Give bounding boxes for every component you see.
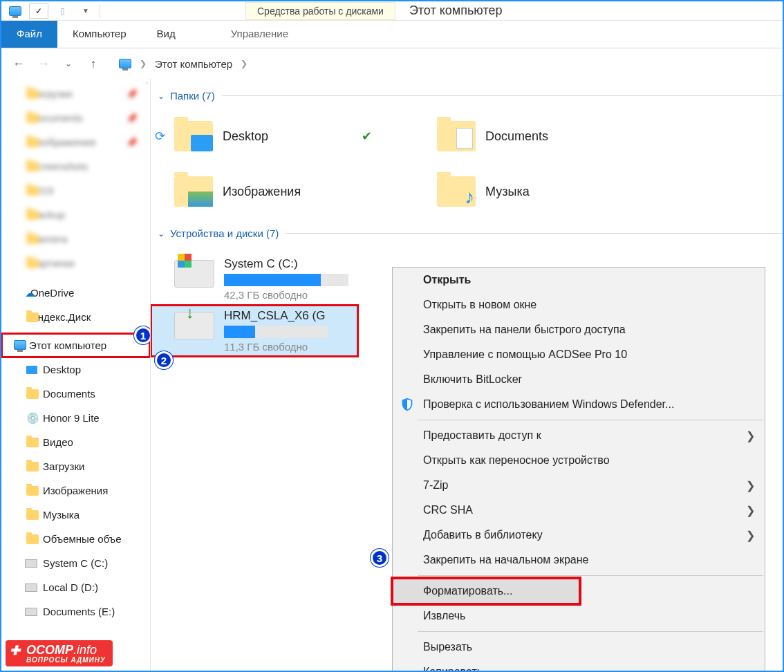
drive-label: HRM_CSLA_X6 (G bbox=[224, 309, 358, 323]
window-title: Этот компьютер bbox=[409, 3, 503, 18]
chevron-right-icon: ❯ bbox=[137, 59, 149, 68]
sidebar-item-yadisk[interactable]: Яндекс.Диск bbox=[1, 305, 150, 329]
ribbon-tabs: Файл Компьютер Вид Управление bbox=[1, 21, 783, 48]
navigation-pane[interactable]: ^ Загрузки📌 Documents📌 Изображения📌 Scre… bbox=[1, 79, 151, 671]
check-icon: ✔ bbox=[362, 129, 372, 144]
ctx-pin-start[interactable]: Закрепить на начальном экране bbox=[393, 548, 765, 572]
ctx-acdsee[interactable]: Управление с помощью ACDSee Pro 10 bbox=[393, 342, 765, 367]
back-button[interactable]: ← bbox=[8, 53, 29, 74]
sidebar-item-downloads[interactable]: Загрузки bbox=[1, 454, 150, 478]
ctx-open[interactable]: Открыть bbox=[393, 268, 765, 292]
ctx-portable[interactable]: Открыть как переносное устройство bbox=[393, 448, 765, 473]
checkbox-icon[interactable]: ✓ bbox=[29, 3, 48, 19]
annotation-badge-1: 1 bbox=[134, 326, 151, 344]
dropdown-icon[interactable]: ▼ bbox=[76, 3, 95, 19]
sidebar-item-music[interactable]: Музыка bbox=[1, 503, 150, 527]
sidebar-item-blurred[interactable]: Изображения📌 bbox=[1, 130, 150, 154]
document-icon[interactable]: ▯ bbox=[53, 3, 72, 19]
shield-icon bbox=[400, 397, 415, 412]
folder-icon bbox=[437, 121, 476, 151]
up-button[interactable]: ↑ bbox=[83, 53, 104, 74]
refresh-icon: ⟳ bbox=[155, 129, 165, 144]
breadcrumb[interactable]: ❯ Этот компьютер ❯ bbox=[119, 58, 250, 70]
title-bar: ✓ ▯ ▼ Средства работы с дисками Этот ком… bbox=[1, 1, 783, 21]
capacity-bar bbox=[224, 274, 348, 286]
sidebar-item-blurred[interactable]: Загрузки📌 bbox=[1, 82, 150, 106]
ctx-7zip[interactable]: 7-Zip❯ bbox=[393, 473, 765, 498]
sidebar-item-video[interactable]: Видео bbox=[1, 430, 150, 454]
sidebar-item-documents[interactable]: Documents bbox=[1, 382, 150, 406]
ctx-crcsha[interactable]: CRC SHA❯ bbox=[393, 498, 765, 523]
ctx-cut[interactable]: Вырезать bbox=[393, 635, 765, 660]
context-tools-label: Средства работы с дисками bbox=[245, 2, 395, 20]
sidebar-item-onedrive[interactable]: ☁OneDrive bbox=[1, 281, 150, 305]
sidebar-item-3d[interactable]: Объемные объе bbox=[1, 527, 150, 551]
drive-usb[interactable]: HRM_CSLA_X6 (G 11,3 ГБ свободно 2 bbox=[151, 305, 358, 357]
sidebar-item-blurred[interactable]: 2019 bbox=[1, 178, 150, 203]
ctx-open-new-window[interactable]: Открыть в новом окне bbox=[393, 292, 765, 317]
folder-label: Documents bbox=[485, 129, 548, 144]
chevron-right-icon: ❯ bbox=[746, 504, 755, 517]
chevron-right-icon: ❯ bbox=[746, 479, 755, 492]
divider bbox=[100, 4, 100, 18]
sidebar-item-local-d[interactable]: Local D (D:) bbox=[1, 575, 150, 599]
breadcrumb-this-pc[interactable]: Этот компьютер bbox=[155, 58, 232, 70]
folder-label: Музыка bbox=[485, 185, 530, 199]
sidebar-item-system-c[interactable]: System C (C:) bbox=[1, 551, 150, 575]
chevron-right-icon: ❯ bbox=[746, 429, 755, 442]
ctx-copy[interactable]: Копировать bbox=[393, 660, 765, 672]
capacity-bar bbox=[224, 326, 328, 338]
quick-access-toolbar: ✓ ▯ ▼ bbox=[1, 3, 100, 19]
address-bar: ← → ⌄ ↑ ❯ Этот компьютер ❯ bbox=[1, 48, 783, 79]
sidebar-item-documents-e[interactable]: Documents (E:) bbox=[1, 599, 150, 624]
ctx-share[interactable]: Предоставить доступ к❯ bbox=[393, 423, 765, 448]
sidebar-item-blurred[interactable]: Camera bbox=[1, 227, 150, 251]
sidebar-item-blurred[interactable]: Картинки bbox=[1, 251, 150, 275]
chevron-right-icon: ❯ bbox=[746, 529, 755, 542]
folder-images[interactable]: Изображения bbox=[158, 164, 393, 219]
sidebar-item-desktop[interactable]: Desktop bbox=[1, 357, 150, 382]
watermark-logo: OCOMP.info ВОПРОСЫ АДМИНУ bbox=[6, 640, 113, 666]
ctx-add-library[interactable]: Добавить в библиотеку❯ bbox=[393, 523, 765, 548]
folder-icon bbox=[174, 176, 213, 207]
separator bbox=[418, 631, 763, 632]
ctx-eject[interactable]: Извлечь bbox=[393, 604, 765, 628]
group-header-devices[interactable]: ⌄Устройства и диски (7) bbox=[158, 227, 783, 239]
folder-music[interactable]: Музыка bbox=[420, 164, 655, 219]
annotation-badge-2: 2 bbox=[155, 351, 173, 369]
folder-label: Desktop bbox=[223, 129, 268, 144]
pc-icon bbox=[119, 59, 131, 68]
pc-icon bbox=[6, 3, 25, 19]
drive-free-text: 11,3 ГБ свободно bbox=[224, 341, 358, 353]
separator bbox=[418, 575, 763, 576]
drive-icon bbox=[174, 312, 214, 339]
sidebar-item-honor[interactable]: 💿Honor 9 Lite bbox=[1, 406, 150, 430]
tab-computer[interactable]: Компьютер bbox=[57, 21, 142, 48]
tab-file[interactable]: Файл bbox=[1, 21, 57, 48]
chevron-right-icon: ❯ bbox=[238, 59, 250, 68]
ctx-pin-quick-access[interactable]: Закрепить на панели быстрого доступа bbox=[393, 317, 765, 342]
recent-dropdown[interactable]: ⌄ bbox=[58, 53, 79, 74]
folder-desktop[interactable]: ⟳ Desktop ✔ bbox=[158, 109, 393, 164]
context-menu: Открыть Открыть в новом окне Закрепить н… bbox=[392, 267, 765, 672]
folder-icon bbox=[437, 176, 476, 207]
annotation-badge-3: 3 bbox=[371, 549, 389, 567]
sidebar-item-blurred[interactable]: Screenshots bbox=[1, 154, 150, 178]
folder-icon bbox=[174, 121, 213, 151]
sidebar-item-this-pc[interactable]: Этот компьютер bbox=[1, 333, 150, 357]
folder-label: Изображения bbox=[223, 185, 301, 199]
ctx-format[interactable]: Форматировать... bbox=[393, 579, 579, 604]
forward-button[interactable]: → bbox=[33, 53, 54, 74]
ctx-bitlocker[interactable]: Включить BitLocker bbox=[393, 367, 765, 392]
sidebar-item-blurred[interactable]: Backup bbox=[1, 203, 150, 227]
drive-icon bbox=[174, 260, 214, 288]
folder-documents[interactable]: Documents bbox=[420, 109, 655, 164]
tab-view[interactable]: Вид bbox=[142, 21, 191, 48]
tab-manage[interactable]: Управление bbox=[216, 21, 304, 48]
sidebar-item-blurred[interactable]: Documents📌 bbox=[1, 106, 150, 130]
group-header-folders[interactable]: ⌄Папки (7) bbox=[158, 90, 783, 102]
separator bbox=[418, 420, 763, 420]
sidebar-item-pictures[interactable]: Изображения bbox=[1, 478, 150, 503]
ctx-defender[interactable]: Проверка с использованием Windows Defend… bbox=[393, 392, 765, 417]
